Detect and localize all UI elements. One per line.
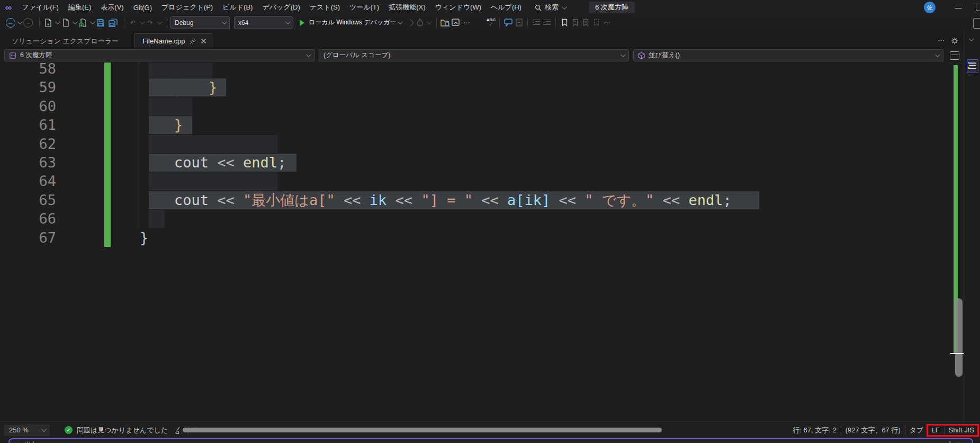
undo-button[interactable]: ↶ (128, 17, 138, 29)
menu-item[interactable]: ヘルプ(H) (486, 0, 526, 15)
close-icon[interactable] (201, 38, 206, 44)
zoom-dropdown[interactable]: 250 % (4, 424, 50, 436)
menu-item[interactable]: Git(G) (129, 0, 157, 15)
code-line[interactable]: 60 (0, 97, 953, 116)
line-column-indicator[interactable]: 行: 67, 文字: 2 (793, 426, 836, 435)
menu-item[interactable]: ファイル(F) (17, 0, 64, 15)
toolbar-separator (527, 18, 528, 28)
toggle-comment-button[interactable] (503, 17, 514, 29)
add-item-icon (79, 19, 87, 27)
chevron-down-icon[interactable] (969, 36, 974, 41)
tab-overflow-button[interactable]: ⋯ (938, 37, 945, 45)
vertical-scrollbar-thumb[interactable] (955, 298, 963, 377)
solution-platform-dropdown[interactable]: x64 (234, 16, 293, 29)
code-line[interactable]: 64 (0, 172, 953, 191)
search-label: 検索 (545, 3, 559, 12)
bottom-panel-nav-icons[interactable]: ^v (948, 440, 965, 443)
cpp-project-icon (9, 52, 16, 59)
next-bookmark-button[interactable] (580, 17, 591, 29)
code-line[interactable]: 59 } (0, 78, 953, 97)
code-text: cout << endl; (140, 153, 286, 172)
scope-dropdown[interactable]: (グローバル スコープ) (319, 49, 629, 61)
solution-configuration-dropdown[interactable]: Debug (170, 16, 230, 29)
clear-bookmarks-button[interactable] (591, 17, 601, 29)
zoom-value: 250 % (9, 426, 29, 434)
start-debugging-button[interactable]: ローカル Windows デバッガー (300, 18, 401, 27)
save-button[interactable] (95, 17, 106, 29)
clipped-edge-button[interactable] (973, 18, 980, 29)
search-control[interactable]: 検索 (535, 3, 565, 12)
line-number: 67 (21, 228, 56, 247)
open-file-chevron-icon[interactable] (73, 19, 78, 24)
decrease-indent-button[interactable] (531, 17, 542, 29)
toolbar-overflow-button[interactable]: ⋯ (601, 17, 612, 29)
member-dropdown[interactable]: 並び替え() (633, 49, 943, 61)
menu-item[interactable]: プロジェクト(P) (157, 0, 218, 15)
add-item-button[interactable] (78, 17, 88, 29)
avatar[interactable]: 佐 (924, 2, 936, 13)
new-file-chevron-icon[interactable] (55, 19, 60, 24)
menu-item[interactable]: 編集(E) (64, 0, 96, 15)
toggle-bookmark-button[interactable] (559, 17, 570, 29)
profiler-button[interactable] (415, 17, 425, 29)
find-in-files-button[interactable] (440, 17, 451, 29)
code-line[interactable]: 67} (0, 228, 953, 247)
horizontal-scrollbar-thumb[interactable] (183, 428, 662, 432)
menu-item[interactable]: 表示(V) (96, 0, 128, 15)
clipped-bottom-window[interactable]: 出力 ^v (8, 438, 973, 443)
start-debugging-label: ローカル Windows デバッガー (309, 18, 396, 27)
code-line[interactable]: 58 (0, 63, 953, 78)
solution-explorer-autohide-button[interactable] (967, 59, 978, 73)
open-file-button[interactable] (60, 17, 71, 29)
navigate-back-button[interactable]: ← (5, 17, 16, 29)
gear-icon[interactable] (951, 37, 958, 45)
tab-filename-cpp[interactable]: FileName.cpp (134, 33, 212, 48)
split-editor-button[interactable] (950, 51, 959, 60)
selection-highlight (149, 172, 277, 190)
maximize-button[interactable] (976, 4, 980, 11)
new-file-button[interactable] (43, 17, 53, 29)
code-line[interactable]: 63 cout << endl; (0, 153, 953, 172)
indent-left-icon (532, 19, 541, 26)
scrollbar-caret-marker (950, 353, 964, 354)
chevron-down-icon: v (957, 440, 965, 443)
menu-item[interactable]: ビルド(B) (218, 0, 257, 15)
redo-button[interactable]: ↷ (145, 17, 156, 29)
code-line[interactable]: 65 cout << "最小値はa[" << ik << "] = " << a… (0, 191, 953, 210)
toolbar-overflow-button[interactable]: ⋯ (461, 17, 472, 29)
editor-status-strip: 250 % ✓ 問題は見つかりませんでした 行: 67, 文字: 2 (927 … (0, 421, 980, 438)
start-without-debugging-button[interactable] (404, 17, 415, 29)
start-debugging-chevron-icon[interactable] (398, 19, 403, 24)
tab-solution-explorer[interactable]: ソリューション エクスプローラー (0, 34, 130, 48)
code-editor[interactable]: 5859 }6061 }6263 cout << endl;6465 cout … (0, 63, 964, 421)
spell-checker-button[interactable]: ABC ✓ (485, 17, 496, 29)
project-dropdown[interactable]: 6 次魔方陣 (4, 49, 314, 61)
undo-chevron-icon (140, 19, 145, 24)
menu-item[interactable]: ウィンドウ(W) (430, 0, 486, 15)
new-file-icon (44, 19, 52, 27)
code-line[interactable]: 62 (0, 135, 953, 154)
line-doc-button[interactable] (514, 17, 524, 29)
menu-item[interactable]: デバッグ(D) (257, 0, 304, 15)
document-stats[interactable]: (927 文字、67 行) (846, 426, 901, 435)
back-dropdown-chevron-icon[interactable] (17, 19, 23, 24)
folder-search-icon (440, 19, 450, 27)
navigate-window-button[interactable] (451, 17, 461, 29)
menu-item[interactable]: ツール(T) (345, 0, 384, 15)
code-line[interactable]: 61 } (0, 116, 953, 135)
document-health-indicator[interactable]: ✓ 問題は見つかりませんでした (65, 426, 168, 435)
indent-mode-indicator[interactable]: タブ (910, 426, 924, 435)
increase-indent-button[interactable] (542, 17, 552, 29)
pin-icon[interactable] (190, 38, 196, 45)
window-arrow-icon (452, 19, 461, 26)
menu-item[interactable]: 拡張機能(X) (384, 0, 430, 15)
line-ending-indicator[interactable]: LF (931, 426, 939, 434)
code-line[interactable]: 66 (0, 209, 953, 228)
encoding-indicator[interactable]: Shift JIS (949, 426, 974, 434)
minimize-button[interactable]: — (949, 4, 967, 12)
save-all-button[interactable] (107, 17, 118, 29)
add-item-chevron-icon[interactable] (90, 19, 95, 24)
menu-item[interactable]: テスト(S) (305, 0, 345, 15)
prev-bookmark-button[interactable] (570, 17, 580, 29)
navigate-forward-button[interactable]: → (23, 17, 33, 29)
